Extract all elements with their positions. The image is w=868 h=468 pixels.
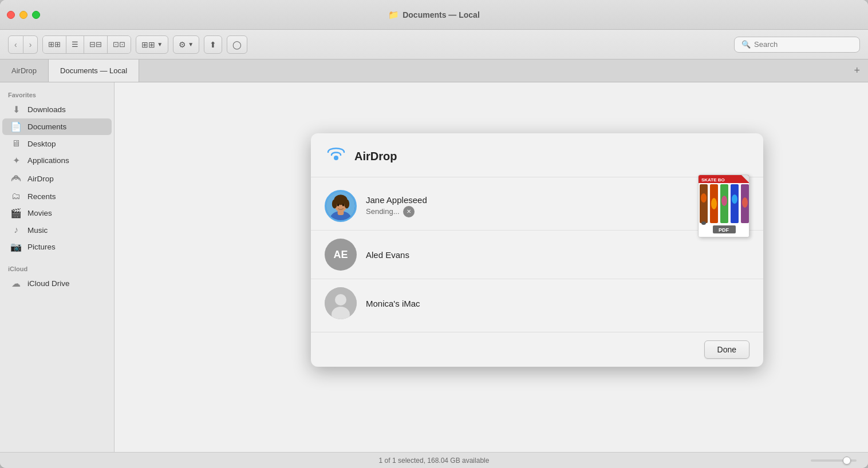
person-row-monica[interactable]: Monica's iMac [311, 279, 763, 327]
avatar-aled: AE [325, 239, 357, 271]
toolbar: ‹ › ⊞⊞ ☰ ⊟⊟ ⊡⊡ ⊞⊞ ▼ ⚙ ▼ ⬆ ◯ 🔍 [0, 30, 868, 60]
modal-overlay: AirDrop [115, 82, 868, 452]
pictures-icon: 📷 [10, 241, 22, 252]
tag-button[interactable]: ◯ [227, 35, 247, 54]
tab-add-button[interactable]: + [846, 60, 868, 82]
sidebar-item-label: Documents [27, 122, 66, 131]
svg-rect-19 [700, 184, 708, 223]
status-text: 1 of 1 selected, 168.04 GB available [379, 457, 490, 465]
main-content: AirDrop [115, 82, 868, 452]
svg-point-9 [344, 199, 349, 208]
applications-icon: ✦ [10, 155, 22, 166]
documents-icon: 📄 [10, 121, 22, 132]
group-button[interactable]: ⊞⊞ ▼ [136, 35, 168, 54]
svg-point-28 [732, 195, 737, 204]
jane-info: Jane Appleseed Sending... [366, 195, 749, 217]
sidebar-item-label: Desktop [27, 140, 56, 148]
sidebar-item-label: Music [27, 226, 48, 235]
gallery-view-button[interactable]: ⊡⊡ [108, 36, 131, 53]
jane-status: Sending... [366, 206, 749, 217]
maximize-button[interactable] [32, 11, 40, 19]
recents-icon: 🗂 [10, 191, 22, 201]
action-chevron: ▼ [188, 41, 194, 47]
column-view-button[interactable]: ⊟⊟ [84, 36, 108, 53]
group-chevron: ▼ [157, 41, 163, 47]
minimize-button[interactable] [19, 11, 27, 19]
gear-icon: ⚙ [179, 40, 186, 49]
zoom-slider[interactable] [811, 459, 857, 462]
sidebar-item-label: Downloads [27, 105, 66, 114]
downloads-icon: ⬇ [10, 104, 22, 115]
sidebar-item-label: iCloud Drive [27, 279, 70, 288]
sidebar-item-movies[interactable]: 🎬 Movies [2, 205, 112, 221]
slider-track [811, 459, 857, 462]
sidebar: Favorites ⬇ Downloads 📄 Documents 🖥 Desk… [0, 82, 115, 452]
sidebar-item-pictures[interactable]: 📷 Pictures [2, 239, 112, 255]
person-row-jane[interactable]: Jane Appleseed Sending... [311, 182, 763, 231]
tabs-bar: AirDrop Documents — Local + [0, 60, 868, 82]
tag-icon: ◯ [232, 40, 242, 49]
tab-documents-local[interactable]: Documents — Local [49, 60, 139, 82]
group-icon: ⊞⊞ [141, 40, 155, 49]
svg-point-8 [332, 199, 337, 208]
forward-button[interactable]: › [23, 35, 38, 54]
svg-point-33 [335, 294, 346, 306]
aled-info: Aled Evans [366, 250, 749, 260]
movies-icon: 🎬 [10, 208, 22, 219]
jane-cancel-button[interactable] [403, 206, 415, 217]
desktop-icon: 🖥 [10, 138, 22, 149]
person-row-aled[interactable]: AE Aled Evans [311, 231, 763, 279]
modal-body: Jane Appleseed Sending... [311, 177, 763, 332]
favorites-section-title: Favorites [0, 87, 114, 101]
list-view-button[interactable]: ☰ [66, 36, 84, 53]
icloud-section-title: iCloud [0, 261, 114, 275]
sidebar-item-label: AirDrop [27, 174, 54, 183]
sidebar-item-recents[interactable]: 🗂 Recents [2, 188, 112, 204]
pdf-thumbnail: SKATE BO [698, 174, 749, 237]
sidebar-item-applications[interactable]: ✦ Applications [2, 152, 112, 169]
icloud-drive-icon: ☁ [10, 278, 22, 289]
monica-name: Monica's iMac [366, 299, 749, 308]
window-folder-icon: 📁 [388, 10, 399, 20]
status-bar: 1 of 1 selected, 168.04 GB available [0, 452, 868, 468]
icon-view-button[interactable]: ⊞⊞ [43, 36, 66, 53]
view-buttons: ⊞⊞ ☰ ⊟⊟ ⊡⊡ [42, 35, 131, 54]
sidebar-item-music[interactable]: ♪ Music [2, 222, 112, 238]
sidebar-item-label: Applications [27, 156, 69, 165]
avatar-jane [325, 190, 357, 222]
traffic-lights [7, 11, 40, 19]
search-bar[interactable]: 🔍 [734, 37, 860, 53]
close-button[interactable] [7, 11, 15, 19]
sidebar-item-airdrop[interactable]: AirDrop [2, 169, 112, 188]
action-button[interactable]: ⚙ ▼ [173, 35, 199, 54]
sidebar-item-downloads[interactable]: ⬇ Downloads [2, 101, 112, 118]
share-button[interactable]: ⬆ [204, 35, 222, 54]
svg-point-27 [721, 196, 727, 206]
svg-point-11 [342, 204, 345, 206]
sidebar-item-documents[interactable]: 📄 Documents [2, 118, 112, 135]
svg-point-20 [701, 221, 706, 225]
svg-point-25 [701, 193, 707, 203]
airdrop-icon [10, 172, 22, 185]
share-icon: ⬆ [210, 40, 216, 49]
modal-title: AirDrop [354, 150, 397, 163]
content-area: Favorites ⬇ Downloads 📄 Documents 🖥 Desk… [0, 82, 868, 452]
done-button[interactable]: Done [704, 340, 749, 359]
aled-name: Aled Evans [366, 250, 749, 260]
airdrop-modal: AirDrop [311, 133, 763, 367]
modal-header: AirDrop [311, 133, 763, 177]
sidebar-item-desktop[interactable]: 🖥 Desktop [2, 136, 112, 152]
sidebar-item-icloud-drive[interactable]: ☁ iCloud Drive [2, 275, 112, 292]
svg-point-29 [742, 197, 748, 208]
search-icon: 🔍 [741, 40, 751, 49]
window-title: Documents — Local [403, 10, 480, 19]
tab-airdrop[interactable]: AirDrop [0, 60, 49, 82]
svg-point-26 [711, 198, 717, 209]
music-icon: ♪ [10, 225, 22, 235]
sidebar-item-label: Recents [27, 192, 56, 201]
search-input[interactable] [754, 40, 853, 49]
back-button[interactable]: ‹ [8, 35, 23, 54]
pdf-thumb-image: SKATE BO [698, 174, 749, 237]
svg-point-1 [334, 156, 338, 160]
slider-thumb [843, 457, 851, 465]
